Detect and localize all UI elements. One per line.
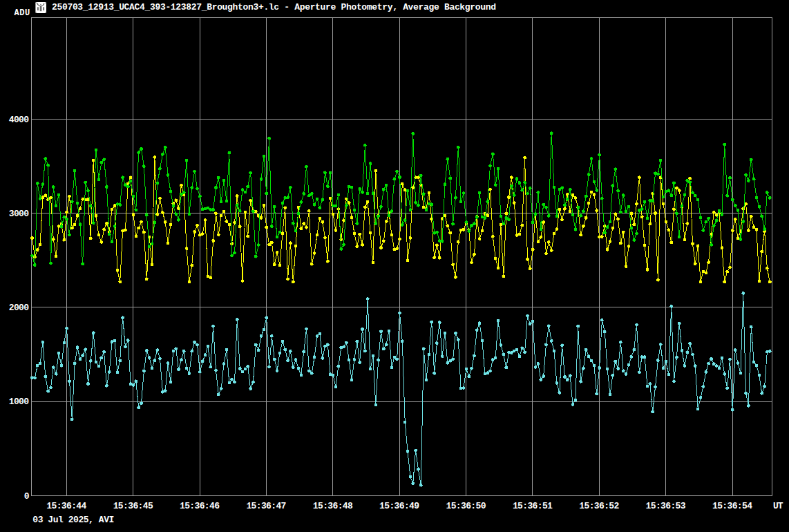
- svg-text:15:36:44: 15:36:44: [46, 501, 86, 511]
- svg-text:ADU: ADU: [15, 8, 30, 18]
- svg-text:15:36:51: 15:36:51: [513, 501, 553, 511]
- svg-text:15:36:46: 15:36:46: [180, 501, 220, 511]
- svg-text:15:36:49: 15:36:49: [379, 501, 419, 511]
- svg-text:2000: 2000: [9, 303, 29, 313]
- svg-text:15:36:50: 15:36:50: [446, 501, 486, 511]
- svg-text:250703_12913_UCAC4_393-123827_: 250703_12913_UCAC4_393-123827_Broughton3…: [52, 2, 496, 12]
- svg-text:15:36:52: 15:36:52: [579, 501, 619, 511]
- svg-text:15:36:48: 15:36:48: [313, 501, 353, 511]
- svg-text:0: 0: [24, 491, 30, 502]
- svg-text:15:36:53: 15:36:53: [646, 501, 686, 511]
- svg-text:15:36:54: 15:36:54: [712, 501, 752, 511]
- svg-text:03 Jul 2025, AVI: 03 Jul 2025, AVI: [32, 515, 114, 525]
- svg-text:15:36:45: 15:36:45: [113, 501, 153, 511]
- svg-text:4000: 4000: [9, 115, 29, 125]
- svg-text:15:36:47: 15:36:47: [246, 501, 286, 511]
- svg-text:UT: UT: [773, 501, 783, 511]
- svg-text:3000: 3000: [9, 209, 29, 219]
- svg-text:1000: 1000: [9, 397, 29, 407]
